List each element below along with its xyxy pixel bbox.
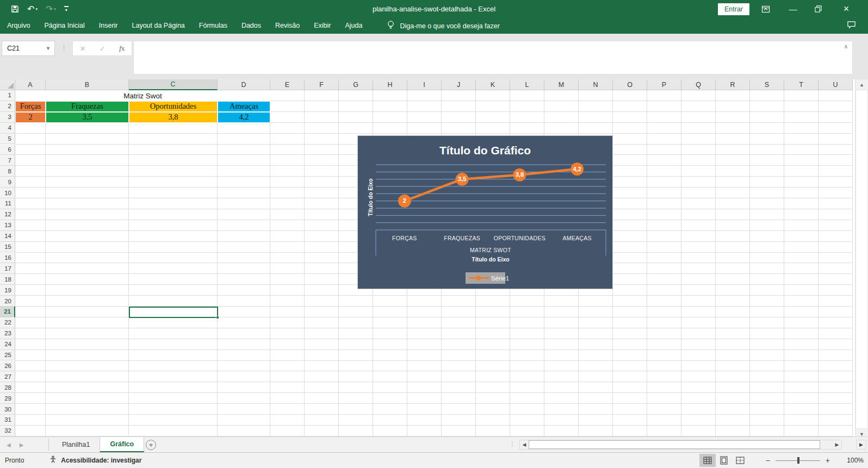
chart-title[interactable]: Título do Gráfico	[439, 144, 531, 157]
row-header-3[interactable]: 3	[0, 112, 15, 123]
new-sheet-button[interactable]: +	[146, 440, 156, 450]
category-label[interactable]: FORÇAS	[392, 235, 417, 241]
column-header-F[interactable]: F	[305, 79, 339, 90]
column-header-Q[interactable]: Q	[681, 79, 716, 90]
name-box[interactable]: C21 ▼	[2, 41, 55, 56]
vertical-scrollbar[interactable]: ▲ ▼	[855, 79, 868, 439]
sheet-tab-gráfico[interactable]: Gráfico	[100, 437, 144, 452]
scroll-left-icon[interactable]: ◀	[520, 442, 529, 447]
row-header-21[interactable]: 21	[0, 307, 15, 317]
category-label[interactable]: AMEAÇAS	[562, 235, 591, 241]
row-header-16[interactable]: 16	[0, 253, 15, 264]
sheet-tab-planilha1[interactable]: Planilha1	[52, 437, 100, 452]
enter-check-icon[interactable]: ✓	[100, 45, 106, 53]
zoom-slider-thumb[interactable]	[797, 457, 799, 464]
row-header-10[interactable]: 10	[0, 188, 15, 198]
page-layout-view-icon[interactable]	[716, 454, 732, 467]
swot-line-chart[interactable]: Título do GráficoFORÇASFRAQUEZASOPORTUNI…	[358, 136, 612, 289]
row-header-17[interactable]: 17	[0, 263, 15, 274]
column-header-K[interactable]: K	[476, 79, 510, 90]
column-header-H[interactable]: H	[373, 79, 407, 90]
selected-cell-C21[interactable]	[129, 307, 218, 318]
category-label[interactable]: FRAQUEZAS	[444, 235, 480, 241]
ribbon-display-options-icon[interactable]	[755, 0, 777, 18]
sign-in-button[interactable]: Entrar	[718, 3, 749, 15]
horizontal-scrollbar[interactable]: ◀ ▶	[519, 440, 842, 450]
prev-sheet-icon[interactable]: ◀	[7, 442, 11, 448]
row-header-7[interactable]: 7	[0, 155, 15, 166]
row-header-18[interactable]: 18	[0, 274, 15, 285]
row-header-5[interactable]: 5	[0, 134, 15, 145]
column-header-N[interactable]: N	[579, 79, 613, 90]
column-header-P[interactable]: P	[647, 79, 681, 90]
row-header-19[interactable]: 19	[0, 285, 15, 296]
normal-view-icon[interactable]	[699, 454, 716, 467]
column-header-L[interactable]: L	[510, 79, 544, 90]
row-header-29[interactable]: 29	[0, 393, 15, 404]
page-break-preview-icon[interactable]	[732, 454, 748, 467]
zoom-slider[interactable]	[776, 457, 820, 464]
swot-chart-object[interactable]: Título do GráficoFORÇASFRAQUEZASOPORTUNI…	[357, 135, 613, 289]
row-header-25[interactable]: 25	[0, 350, 15, 361]
zoom-in-button[interactable]: +	[820, 456, 835, 465]
tab-scroll-separator[interactable]: ⋮	[509, 440, 516, 448]
category-label[interactable]: OPORTUNIDADES	[494, 235, 545, 241]
column-header-T[interactable]: T	[784, 79, 819, 90]
ribbon-tab-arquivo[interactable]: Arquivo	[0, 18, 37, 34]
row-header-9[interactable]: 9	[0, 177, 15, 188]
row-header-31[interactable]: 31	[0, 415, 15, 426]
column-header-R[interactable]: R	[716, 79, 750, 90]
ribbon-tab-dados[interactable]: Dados	[234, 18, 268, 34]
x-axis-title[interactable]: Título do Eixo	[472, 256, 509, 263]
name-box-dropdown-icon[interactable]: ▼	[46, 46, 51, 51]
scroll-right-icon[interactable]: ▶	[833, 442, 841, 447]
row-header-12[interactable]: 12	[0, 209, 15, 220]
ribbon-tab-página-inicial[interactable]: Página Inicial	[37, 18, 91, 34]
column-header-M[interactable]: M	[544, 79, 579, 90]
y-axis-title[interactable]: Título do Eixo	[367, 178, 374, 216]
row-header-24[interactable]: 24	[0, 339, 15, 350]
cell-oportunidades-value[interactable]: 3,8	[129, 112, 218, 123]
cancel-icon[interactable]: ✕	[80, 45, 86, 53]
scroll-up-icon[interactable]: ▲	[855, 79, 868, 90]
row-header-8[interactable]: 8	[0, 166, 15, 177]
column-header-B[interactable]: B	[46, 79, 129, 90]
row-header-15[interactable]: 15	[0, 242, 15, 253]
ribbon-tab-layout-da-página[interactable]: Layout da Página	[125, 18, 191, 34]
row-header-6[interactable]: 6	[0, 145, 15, 155]
row-header-23[interactable]: 23	[0, 328, 15, 339]
scroll-right-corner-icon[interactable]: ▶	[856, 440, 866, 450]
fill-handle[interactable]	[216, 316, 219, 319]
comment-icon[interactable]	[847, 20, 856, 31]
restore-button[interactable]	[807, 0, 829, 18]
row-header-30[interactable]: 30	[0, 404, 15, 415]
cell-oportunidades-label[interactable]: Oportunidades	[129, 101, 218, 112]
zoom-level[interactable]: 100%	[841, 457, 864, 464]
column-header-A[interactable]: A	[15, 79, 46, 90]
minimize-button[interactable]: —	[782, 0, 804, 18]
cell-ameaças-label[interactable]: Ameaças	[218, 101, 270, 112]
ribbon-tab-ajuda[interactable]: Ajuda	[338, 18, 369, 34]
column-header-I[interactable]: I	[407, 79, 442, 90]
column-header-U[interactable]: U	[819, 79, 853, 90]
cell-fraquezas-value[interactable]: 3,5	[46, 112, 129, 123]
row-header-26[interactable]: 26	[0, 361, 15, 372]
cell-ameaças-value[interactable]: 4,2	[218, 112, 270, 123]
row-header-1[interactable]: 1	[0, 90, 15, 101]
collapse-formula-bar-icon[interactable]: ∧	[844, 43, 848, 49]
row-header-27[interactable]: 27	[0, 371, 15, 382]
cell-fraquezas-label[interactable]: Fraquezas	[46, 101, 129, 112]
ribbon-tab-exibir[interactable]: Exibir	[307, 18, 338, 34]
category-group-label[interactable]: MATRIZ SWOT	[470, 247, 511, 253]
row-header-32[interactable]: 32	[0, 426, 15, 436]
accessibility-status[interactable]: Acessibilidade: investigar	[49, 455, 141, 465]
vertical-scroll-track[interactable]	[855, 90, 868, 429]
row-header-13[interactable]: 13	[0, 220, 15, 231]
column-header-G[interactable]: G	[339, 79, 373, 90]
tell-me-search[interactable]: Diga-me o que você deseja fazer	[387, 20, 499, 32]
next-sheet-icon[interactable]: ▶	[20, 442, 24, 448]
column-header-J[interactable]: J	[442, 79, 476, 90]
row-header-2[interactable]: 2	[0, 101, 15, 112]
row-header-28[interactable]: 28	[0, 382, 15, 393]
ribbon-tab-inserir[interactable]: Inserir	[92, 18, 125, 34]
